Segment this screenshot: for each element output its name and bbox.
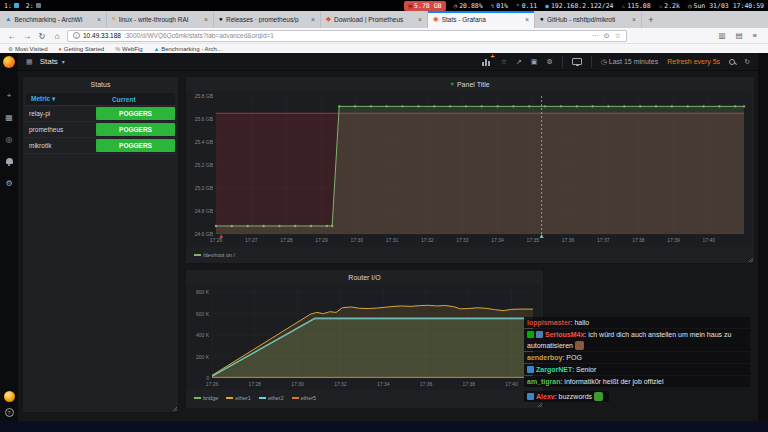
library-icon[interactable]: ▥ — [718, 31, 725, 40]
create-icon[interactable]: + — [0, 84, 18, 106]
router-io-chart[interactable]: 0200 K400 K600 K800 K17:2617:2817:3017:3… — [186, 284, 541, 390]
dashboard-title[interactable]: Stats — [40, 57, 58, 66]
legend-item[interactable]: /dev/root on / — [194, 252, 235, 258]
chat-emote-icon — [575, 341, 584, 350]
tab[interactable]: ◆Download | Prometheus× — [321, 11, 428, 28]
navigation-toolbar: ← → ↻ ⌂ i 10.49.33.188 :3000/d/WVQ6Qc6mk… — [0, 28, 768, 44]
workspace-list[interactable]: 1:2: — [4, 2, 41, 10]
panel-title[interactable]: Router I/O — [186, 270, 543, 284]
menu-icon[interactable]: ≡ — [753, 31, 757, 40]
zoom-out-icon[interactable] — [729, 59, 735, 65]
explore-icon[interactable]: ◎ — [0, 128, 18, 150]
chat-text: : Senior — [572, 366, 596, 373]
share-icon[interactable]: ↗ — [516, 58, 522, 66]
column-header-metric[interactable]: Metric ▾ — [28, 95, 112, 103]
pocket-icon[interactable]: ⊙ — [604, 32, 610, 40]
disk-usage-chart[interactable]: 24.6 GB24.8 GB25.0 GB25.2 GB25.4 GB25.6 … — [186, 91, 752, 247]
add-panel-icon[interactable] — [482, 58, 492, 66]
tab-close-icon[interactable]: × — [525, 16, 529, 23]
grafana-icon: ◉ — [433, 16, 439, 23]
chat-username[interactable]: ZargorNET — [536, 366, 572, 373]
bookmark-item[interactable]: %WebFig — [115, 46, 142, 52]
disk-usage-panel[interactable]: ♥ Panel Title 24.6 GB24.8 GB25.0 GB25.2 … — [185, 76, 755, 264]
chart-legend[interactable]: bridgeether1ether2ether5 — [186, 394, 543, 402]
legend-item[interactable]: ether2 — [259, 395, 284, 401]
alerting-icon[interactable] — [0, 150, 18, 172]
table-row[interactable]: prometheusPOGGERS — [26, 122, 175, 138]
tab-close-icon[interactable]: × — [204, 16, 208, 23]
dashboards-icon[interactable]: ▦ — [0, 106, 18, 128]
chart-legend[interactable]: /dev/root on / — [186, 251, 754, 259]
bookmark-item[interactable]: ⚙Most Visited — [8, 46, 48, 52]
tab-close-icon[interactable]: × — [97, 16, 101, 23]
refresh-icon[interactable]: ↻ — [744, 58, 750, 66]
tab-active[interactable]: ◉Stats - Grafana× — [428, 11, 535, 28]
chat-username[interactable]: am_tigran — [527, 378, 560, 385]
browser-window: ▲Benchmarking - ArchWi×≡linux - write-th… — [0, 11, 768, 53]
scrollbar[interactable] — [758, 53, 768, 421]
panel-title[interactable]: Status — [23, 77, 178, 91]
router-io-panel[interactable]: Router I/O 0200 K400 K600 K800 K17:2617:… — [185, 269, 544, 409]
tab[interactable]: ≡linux - write-through RAI× — [107, 11, 214, 28]
chat-message: ZargorNET: Senior — [524, 364, 750, 375]
chat-username[interactable]: loppismaster — [527, 319, 571, 326]
tab-close-icon[interactable]: × — [632, 16, 636, 23]
tab[interactable]: ▲Benchmarking - ArchWi× — [0, 11, 107, 28]
dashboard-navbar: ▦ Stats ▾ ☆↗▣⚙ ◷ Last 15 minutes Refresh… — [18, 53, 758, 71]
chat-username[interactable]: aenderboy — [527, 354, 562, 361]
network-icon: ● — [545, 2, 549, 9]
legend-label: ether2 — [268, 395, 284, 401]
legend-item[interactable]: bridge — [194, 395, 218, 401]
tab[interactable]: ●Releases · prometheus/p× — [214, 11, 321, 28]
toolbar-icons: ▥▤≡ — [718, 31, 761, 40]
archlinux-icon: ▲ — [5, 16, 11, 23]
tab-close-icon[interactable]: × — [311, 16, 315, 23]
svg-text:17:35: 17:35 — [527, 237, 540, 243]
chat-badge-icon — [536, 331, 543, 338]
time-range-picker[interactable]: ◷ Last 15 minutes — [601, 58, 658, 66]
tab-close-icon[interactable]: × — [418, 16, 422, 23]
bookmark-item[interactable]: ▲Benchmarking - Arch... — [154, 46, 222, 52]
bookmark-label: Benchmarking - Arch... — [161, 46, 222, 52]
back-button[interactable]: ← — [7, 31, 17, 41]
user-avatar[interactable] — [4, 391, 15, 402]
grafana-logo-icon[interactable] — [3, 56, 15, 68]
dashboard-caret-icon[interactable]: ▾ — [62, 58, 65, 65]
star-icon[interactable]: ☆ — [501, 58, 507, 66]
home-button[interactable]: ⌂ — [52, 31, 62, 41]
column-header-current[interactable]: Current — [112, 96, 173, 103]
forward-button[interactable]: → — [22, 31, 32, 41]
panel-title[interactable]: ♥ Panel Title — [186, 77, 754, 91]
grafana-app: +▦◎⚙ ? ▦ Stats ▾ ☆↗▣⚙ ◷ Last 15 minutes … — [0, 53, 768, 421]
status-table-panel[interactable]: Status Metric ▾ Current relay-piPOGGERSp… — [22, 76, 179, 413]
bookmark-item[interactable]: ●Getting Started — [59, 46, 105, 52]
bookmark-favicon: ▲ — [154, 46, 159, 52]
settings-icon[interactable]: ⚙ — [546, 58, 552, 66]
legend-item[interactable]: ether5 — [292, 395, 317, 401]
configuration-icon[interactable]: ⚙ — [0, 172, 18, 194]
workspace-button[interactable]: 1: — [4, 2, 19, 10]
bookmark-star-icon[interactable]: ☆ — [615, 32, 621, 40]
new-tab-button[interactable]: + — [642, 11, 660, 28]
chat-username[interactable]: SeriousM4x — [545, 331, 584, 338]
page-actions-icon[interactable]: ⋯ — [592, 32, 599, 40]
cycle-view-icon[interactable] — [572, 58, 582, 65]
help-icon[interactable]: ? — [5, 408, 14, 417]
workspace-button[interactable]: 2: — [26, 2, 41, 10]
tab[interactable]: ●GitHub - nshttpd/mikroti× — [535, 11, 642, 28]
memory-icon: ▤ — [408, 2, 412, 9]
workspace-label: 1: — [4, 2, 12, 10]
svg-text:25.2 GB: 25.2 GB — [195, 162, 214, 168]
url-bar[interactable]: i 10.49.33.188 :3000/d/WVQ6Qc6mk/stats?t… — [67, 30, 627, 42]
reload-button[interactable]: ↻ — [37, 31, 47, 41]
sidebar-icon[interactable]: ▤ — [736, 31, 743, 40]
table-row[interactable]: mikrotikPOGGERS — [26, 138, 175, 154]
chat-message: aenderboy: POG — [524, 352, 750, 363]
site-info-icon[interactable]: i — [73, 32, 80, 39]
save-icon[interactable]: ▣ — [531, 58, 538, 66]
chat-username[interactable]: Alexv — [536, 393, 555, 400]
legend-item[interactable]: ether1 — [226, 395, 251, 401]
legend-label: ether5 — [301, 395, 317, 401]
table-row[interactable]: relay-piPOGGERS — [26, 106, 175, 122]
refresh-interval[interactable]: Refresh every 5s — [667, 58, 720, 65]
